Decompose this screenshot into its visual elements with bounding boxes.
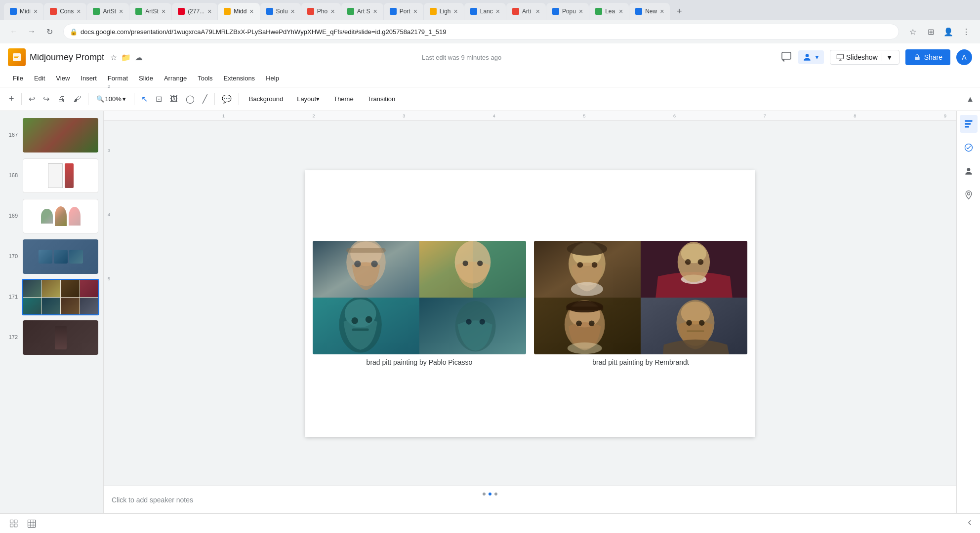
comment-tool[interactable]: 💬 — [219, 91, 235, 107]
menu-edit[interactable]: Edit — [29, 73, 50, 84]
collapse-toolbar-button[interactable]: ▲ — [966, 95, 974, 104]
star-icon[interactable]: ☆ — [110, 53, 117, 62]
slide-thumbnail-171[interactable] — [22, 279, 99, 315]
tab-new[interactable]: New × — [629, 3, 670, 20]
tab-midi1[interactable]: Midi × — [4, 3, 43, 20]
profile-icon[interactable]: 👤 — [940, 24, 956, 39]
background-button[interactable]: Background — [243, 91, 289, 107]
menu-view[interactable]: View — [51, 73, 75, 84]
format-panel-button[interactable] — [960, 115, 978, 133]
slide-item-169[interactable]: 169 — [0, 196, 103, 236]
tab-lanc[interactable]: Lanc × — [464, 3, 506, 20]
menu-slide[interactable]: Slide — [134, 73, 158, 84]
slideshow-button[interactable]: Slideshow ▼ — [830, 50, 899, 65]
tab-close-icon[interactable]: × — [207, 7, 211, 15]
redo-button[interactable]: ↪ — [40, 91, 52, 107]
back-button[interactable]: ← — [6, 24, 22, 39]
more-button[interactable]: ⋮ — [958, 24, 974, 39]
slide-thumbnail-168[interactable] — [22, 157, 99, 194]
slide-view-button[interactable] — [6, 516, 22, 532]
cursor-tool[interactable]: ↖ — [138, 91, 151, 107]
comment-button[interactable] — [780, 50, 792, 64]
grid-view-button[interactable] — [24, 516, 40, 532]
tab-lea[interactable]: Lea × — [589, 3, 629, 20]
new-tab-button[interactable]: + — [672, 4, 686, 18]
speaker-notes-placeholder[interactable]: Click to add speaker notes — [112, 496, 193, 504]
right-caption[interactable]: brad pitt painting by Rembrandt — [592, 358, 689, 366]
tab-close-icon[interactable]: × — [34, 7, 38, 15]
tab-close-icon[interactable]: × — [619, 7, 623, 15]
add-button[interactable]: + — [6, 91, 17, 107]
slide-workspace[interactable]: 2 3 4 5 — [104, 121, 956, 486]
slide-item-167[interactable]: 167 — [0, 115, 103, 155]
zoom-select[interactable]: 🔍 100% ▾ — [92, 91, 130, 107]
menu-help[interactable]: Help — [261, 73, 284, 84]
tab-close-icon[interactable]: × — [660, 7, 664, 15]
tab-close-icon[interactable]: × — [249, 7, 253, 15]
menu-format[interactable]: Format — [103, 73, 133, 84]
slideshow-arrow[interactable]: ▼ — [882, 53, 893, 61]
slide-item-170[interactable]: 170 — [0, 236, 103, 277]
print-button[interactable]: 🖨 — [54, 91, 68, 107]
menu-arrange[interactable]: Arrange — [159, 73, 192, 84]
image-tool[interactable]: 🖼 — [167, 91, 181, 107]
menu-insert[interactable]: Insert — [76, 73, 102, 84]
user-avatar[interactable]: A — [956, 49, 972, 65]
slide-item-171[interactable]: 171 — [0, 277, 103, 317]
tab-pins[interactable]: (277... × — [172, 3, 217, 20]
person-panel-button[interactable] — [960, 162, 978, 180]
line-tool[interactable]: ╱ — [200, 91, 210, 107]
tab-ligh[interactable]: Ligh × — [424, 3, 464, 20]
speaker-notes-area[interactable]: Click to add speaker notes — [104, 486, 956, 513]
slide-thumbnail-167[interactable] — [22, 117, 99, 153]
tab-arts2[interactable]: ArtSt × — [129, 3, 171, 20]
bookmark-icon[interactable]: ☆ — [905, 24, 921, 39]
forward-button[interactable]: → — [24, 24, 40, 39]
tab-close-icon[interactable]: × — [119, 7, 123, 15]
menu-extensions[interactable]: Extensions — [219, 73, 260, 84]
paint-format-button[interactable]: 🖌 — [70, 91, 84, 107]
tab-close-icon[interactable]: × — [331, 7, 335, 15]
share-button[interactable]: Share — [905, 49, 950, 65]
location-panel-button[interactable] — [960, 186, 978, 204]
tab-port[interactable]: Port × — [384, 3, 423, 20]
tab-close-icon[interactable]: × — [579, 7, 583, 15]
tab-arts3[interactable]: Art S × — [341, 3, 383, 20]
tab-close-icon[interactable]: × — [77, 7, 81, 15]
shapes-tool[interactable]: ◯ — [183, 91, 198, 107]
slide-item-168[interactable]: 168 — [0, 155, 103, 196]
tab-solu[interactable]: Solu × — [260, 3, 301, 20]
address-bar[interactable]: 🔒 docs.google.com/presentation/d/1wugxrc… — [63, 24, 899, 39]
slide-thumbnail-170[interactable] — [22, 238, 99, 275]
tab-close-icon[interactable]: × — [454, 7, 458, 15]
tab-close-icon[interactable]: × — [496, 7, 500, 15]
tab-close-icon[interactable]: × — [536, 7, 540, 15]
slide-canvas[interactable]: brad pitt painting by Pablo Picasso — [305, 170, 755, 437]
menu-tools[interactable]: Tools — [193, 73, 217, 84]
left-caption[interactable]: brad pitt painting by Pablo Picasso — [367, 358, 473, 366]
tab-popu[interactable]: Popu × — [546, 3, 589, 20]
tab-close-icon[interactable]: × — [162, 7, 165, 15]
slide-thumbnail-172[interactable] — [22, 319, 99, 356]
tab-close-icon[interactable]: × — [291, 7, 295, 15]
undo-button[interactable]: ↩ — [26, 91, 38, 107]
text-box-tool[interactable]: ⊡ — [153, 91, 165, 107]
theme-button[interactable]: Theme — [327, 91, 359, 107]
tab-close-icon[interactable]: × — [373, 7, 377, 15]
transition-button[interactable]: Transition — [362, 91, 402, 107]
collab-button[interactable]: ▼ — [798, 50, 824, 64]
reload-button[interactable]: ↻ — [41, 24, 57, 39]
tab-midi2-active[interactable]: Midd × — [218, 3, 259, 20]
tab-close-icon[interactable]: × — [413, 7, 417, 15]
check-panel-button[interactable] — [960, 139, 978, 156]
slide-item-172[interactable]: 172 — [0, 317, 103, 358]
folder-icon[interactable]: 📁 — [121, 53, 131, 62]
tab-arti[interactable]: Arti × — [506, 3, 546, 20]
slide-thumbnail-169[interactable] — [22, 198, 99, 234]
tab-pho[interactable]: Pho × — [301, 3, 341, 20]
extension-icon[interactable]: ⊞ — [923, 24, 939, 39]
layout-button[interactable]: Layout ▾ — [291, 91, 326, 107]
tab-cons[interactable]: Cons × — [44, 3, 86, 20]
menu-file[interactable]: File — [8, 73, 28, 84]
tab-arts1[interactable]: ArtSt × — [87, 3, 129, 20]
